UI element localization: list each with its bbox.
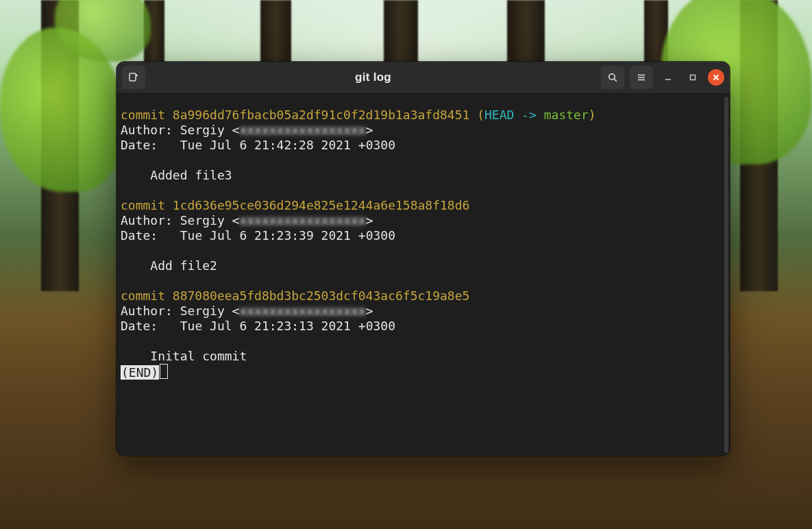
desktop-background: git log <box>0 0 812 529</box>
terminal-window: git log <box>116 62 730 456</box>
titlebar: git log <box>116 62 730 94</box>
commit-line: commit 8a996dd76fbacb05a2df91c0f2d19b1a3… <box>121 108 484 122</box>
svg-point-1 <box>609 74 615 79</box>
redacted-email: xxxxxxxxxxxxxxxxx <box>239 304 365 318</box>
minimize-icon <box>664 73 672 82</box>
ref-branch: master <box>544 108 589 122</box>
terminal-output[interactable]: commit 8a996dd76fbacb05a2df91c0f2d19b1a3… <box>116 94 730 456</box>
pager-end: (END) <box>121 365 159 380</box>
commit-message: Inital commit <box>121 349 247 363</box>
commit-message: Add file2 <box>121 258 217 273</box>
close-icon <box>713 74 719 81</box>
maximize-button[interactable] <box>683 66 702 89</box>
menu-button[interactable] <box>630 66 653 89</box>
ref-head: HEAD -> <box>484 108 544 122</box>
author-line: Author: Sergiy <xxxxxxxxxxxxxxxxx> <box>121 213 373 227</box>
search-button[interactable] <box>601 66 624 89</box>
redacted-email: xxxxxxxxxxxxxxxxx <box>239 213 365 227</box>
terminal-cursor <box>160 364 168 379</box>
author-line: Author: Sergiy <xxxxxxxxxxxxxxxxx> <box>121 304 373 318</box>
hamburger-icon <box>636 72 647 83</box>
search-icon <box>607 72 618 83</box>
commit-message: Added file3 <box>121 168 232 182</box>
window-title: git log <box>151 71 595 84</box>
date-line: Date: Tue Jul 6 21:23:13 2021 +0300 <box>121 319 395 333</box>
new-tab-button[interactable] <box>122 66 145 89</box>
author-line: Author: Sergiy <xxxxxxxxxxxxxxxxx> <box>121 123 373 137</box>
minimize-button[interactable] <box>659 66 678 89</box>
svg-rect-2 <box>691 75 696 80</box>
date-line: Date: Tue Jul 6 21:42:28 2021 +0300 <box>121 138 395 152</box>
date-line: Date: Tue Jul 6 21:23:39 2021 +0300 <box>121 228 395 243</box>
maximize-icon <box>689 73 697 82</box>
svg-rect-0 <box>130 73 136 81</box>
redacted-email: xxxxxxxxxxxxxxxxx <box>239 123 365 137</box>
commit-line: commit 1cd636e95ce036d294e825e1244a6e158… <box>121 198 469 212</box>
close-button[interactable] <box>708 69 724 86</box>
commit-line: commit 887080eea5fd8bd3bc2503dcf043ac6f5… <box>121 288 469 303</box>
